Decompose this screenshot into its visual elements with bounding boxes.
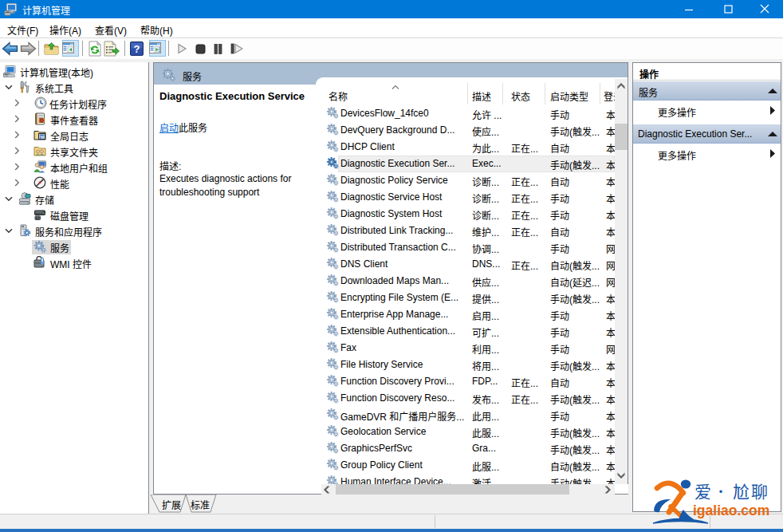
- svg-text:·: ·: [714, 481, 727, 500]
- svg-text:尬: 尬: [733, 479, 750, 502]
- svg-text:?: ?: [134, 43, 140, 55]
- svg-text:爱: 爱: [694, 479, 711, 502]
- svg-text:igaliao.com: igaliao.com: [693, 502, 769, 518]
- svg-text:聊: 聊: [751, 479, 768, 502]
